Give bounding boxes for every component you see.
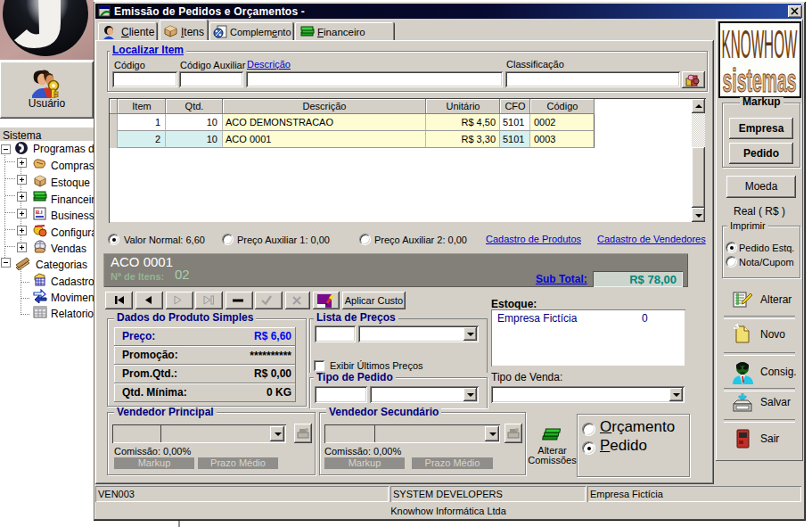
svg-text:B.I: B.I xyxy=(36,210,43,215)
svg-text:KNOWHOW: KNOWHOW xyxy=(722,23,798,66)
svg-text:sistemas: sistemas xyxy=(723,62,797,96)
